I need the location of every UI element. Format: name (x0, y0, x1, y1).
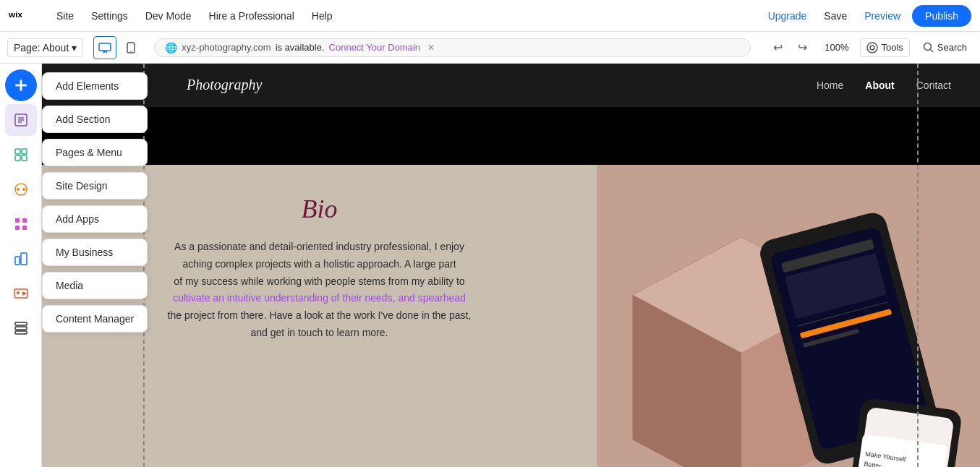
flyout-menu: Add Elements Add Section Pages & Menu Si… (42, 64, 148, 341)
svg-rect-26 (22, 226, 27, 230)
device-icons (93, 36, 142, 59)
svg-rect-23 (15, 218, 20, 223)
my-business-button[interactable]: My Business (42, 239, 148, 266)
url-available-text: is available. (276, 42, 325, 53)
bio-section: Bio As a passionate and detail-oriented … (42, 165, 980, 467)
nav-site[interactable]: Site (48, 0, 82, 32)
svg-rect-32 (15, 322, 27, 325)
svg-rect-33 (15, 327, 27, 330)
svg-rect-16 (15, 149, 20, 154)
bio-highlight-1: cultivate an intuitive understanding of … (173, 292, 466, 304)
url-bar-close-icon[interactable]: ✕ (427, 43, 435, 53)
save-button[interactable]: Save (818, 10, 853, 22)
svg-rect-24 (22, 218, 27, 223)
sidebar-item-add[interactable] (5, 69, 37, 101)
site-nav-home[interactable]: Home (817, 80, 843, 91)
canvas-area[interactable]: Home About Contact Photography Bio As a … (42, 64, 980, 467)
secondary-toolbar: Page: About ▾ 🌐 xyz-photography.com is a… (0, 32, 980, 64)
page-label: Page: About (14, 42, 69, 53)
media-button[interactable]: Media (42, 272, 148, 299)
sidebar-item-content[interactable] (5, 139, 37, 171)
svg-point-5 (130, 51, 132, 52)
nav-hire[interactable]: Hire a Professional (200, 0, 303, 32)
svg-rect-17 (22, 149, 27, 154)
tools-label: Tools (881, 42, 903, 53)
svg-marker-31 (22, 291, 27, 296)
upgrade-button[interactable]: Upgrade (762, 10, 813, 22)
url-bar: 🌐 xyz-photography.com is available. Conn… (154, 38, 751, 57)
bio-heading: Bio (302, 194, 338, 224)
publish-button[interactable]: Publish (912, 5, 971, 27)
site-nav-about[interactable]: About (865, 80, 894, 91)
sidebar-item-media[interactable] (5, 278, 37, 309)
sidebar-item-cms[interactable] (5, 312, 37, 344)
tools-button[interactable]: Tools (860, 38, 909, 57)
bio-right-photo-panel: Make Yourself Better Your personal fitne… (597, 165, 980, 467)
connect-domain-link[interactable]: Connect Your Domain (329, 42, 420, 53)
wix-logo[interactable]: wix (9, 7, 35, 24)
pages-menu-button[interactable]: Pages & Menu (42, 139, 148, 166)
svg-point-8 (924, 43, 931, 50)
preview-button[interactable]: Preview (858, 10, 906, 22)
url-domain: xyz-photography.com (182, 42, 270, 53)
svg-rect-27 (15, 257, 20, 265)
zoom-level[interactable]: 100% (820, 42, 853, 53)
svg-line-9 (930, 49, 933, 52)
add-section-button[interactable]: Add Section (42, 106, 148, 133)
desktop-device-btn[interactable] (93, 36, 116, 59)
redo-button[interactable]: ↪ (791, 37, 813, 59)
svg-point-22 (22, 188, 25, 191)
site-navigation-bar: Home About Contact (42, 64, 980, 107)
content-manager-button[interactable]: Content Manager (42, 305, 148, 333)
svg-point-30 (17, 291, 20, 294)
svg-rect-34 (15, 331, 27, 334)
toolbar-right-actions: ↩ ↪ 100% Tools Search (767, 37, 973, 59)
svg-rect-18 (15, 155, 20, 160)
svg-rect-1 (99, 43, 111, 51)
top-navigation: wix Site Settings Dev Mode Hire a Profes… (0, 0, 980, 32)
search-button[interactable]: Search (917, 39, 973, 56)
add-elements-button[interactable]: Add Elements (42, 72, 148, 100)
svg-rect-28 (21, 253, 27, 265)
page-selector[interactable]: Page: About ▾ (7, 38, 83, 57)
main-area: Add Elements Add Section Pages & Menu Si… (0, 64, 980, 467)
sidebar-item-pages[interactable] (5, 104, 37, 136)
sidebar-item-design[interactable] (5, 173, 37, 205)
add-apps-button[interactable]: Add Apps (42, 205, 148, 233)
site-design-button[interactable]: Site Design (42, 172, 148, 200)
site-title: Photography (187, 77, 262, 93)
mobile-device-btn[interactable] (119, 36, 142, 59)
search-label: Search (937, 42, 967, 53)
svg-text:wix: wix (9, 9, 22, 19)
black-banner-section (42, 107, 980, 165)
svg-rect-25 (15, 226, 20, 230)
nav-help[interactable]: Help (303, 0, 341, 32)
svg-rect-19 (22, 155, 27, 160)
globe-icon: 🌐 (165, 42, 177, 53)
undo-button[interactable]: ↩ (767, 37, 788, 59)
svg-point-21 (17, 188, 20, 191)
nav-devmode[interactable]: Dev Mode (137, 0, 200, 32)
chevron-down-icon: ▾ (72, 42, 77, 53)
svg-point-6 (867, 43, 877, 53)
undo-redo-group: ↩ ↪ (767, 37, 813, 59)
sidebar-item-blocks[interactable] (5, 243, 37, 275)
site-nav-contact[interactable]: Contact (916, 80, 951, 91)
sidebar-item-apps[interactable] (5, 208, 37, 240)
nav-settings[interactable]: Settings (82, 0, 137, 32)
bio-body-text: As a passionate and detail-oriented indu… (168, 239, 472, 342)
svg-point-7 (870, 46, 874, 50)
left-sidebar (0, 64, 42, 467)
